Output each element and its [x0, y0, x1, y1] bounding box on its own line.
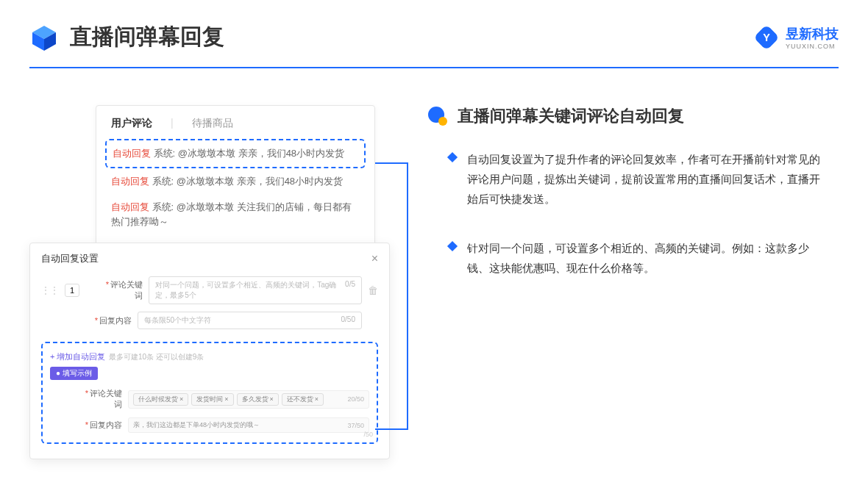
diamond-icon [447, 152, 458, 162]
char-count: 37/50 [347, 422, 364, 429]
add-rule-link[interactable]: + 增加自动回复 [50, 352, 105, 361]
example-content-row: *回复内容 亲，我们这边都是下单48小时内发货的哦～ 37/50 [50, 414, 369, 437]
screenshot-stack: 用户评论 | 待播商品 自动回复 系统: @冰墩墩本墩 亲亲，我们48小时内发货… [29, 105, 397, 459]
char-count: 0/5 [345, 280, 355, 301]
keyword-tag: 什么时候发货× [133, 393, 188, 406]
settings-title: 自动回复设置 [41, 252, 99, 265]
ghost-count: /50 [363, 431, 373, 438]
auto-reply-badge: 自动回复 [111, 201, 149, 212]
example-keyword-input[interactable]: 什么时候发货× 发货时间× 多久发货× 还不发货× 20/50 [128, 390, 369, 409]
diamond-icon [447, 241, 458, 251]
bullet-text: 自动回复设置为了提升作者的评论回复效率，作者可在开播前针对常见的评论用户问题，提… [467, 149, 824, 209]
brand-logo: Y 昱新科技 YUUXIN.COM [753, 24, 839, 51]
comment-row: 自动回复 系统: @冰墩墩本墩 亲亲，我们48小时内发货 [96, 168, 374, 195]
page-header: 直播间弹幕回复 Y 昱新科技 YUUXIN.COM [0, 0, 868, 67]
keyword-tag: 发货时间× [191, 393, 233, 406]
auto-reply-badge: 自动回复 [111, 176, 149, 187]
keyword-input[interactable]: 对同一个问题，可设置多个相近、高频的关键词，Tag确定，最多5个 0/5 [149, 276, 362, 304]
comment-text: 系统: @冰墩墩本墩 亲亲，我们48小时内发货 [149, 176, 343, 187]
example-keyword-row: *评论关键词 什么时候发货× 发货时间× 多久发货× 还不发货× 20/50 [50, 384, 369, 414]
chat-bubble-icon [427, 105, 449, 127]
brand-mark-icon: Y [753, 24, 780, 51]
example-content-input[interactable]: 亲，我们这边都是下单48小时内发货的哦～ 37/50 [128, 417, 369, 433]
brand-sub: YUUXIN.COM [786, 43, 839, 50]
bullet-item: 自动回复设置为了提升作者的评论回复效率，作者可在开播前针对常见的评论用户问题，提… [427, 149, 824, 209]
example-badge: ● 填写示例 [50, 367, 98, 380]
keyword-row: ⋮⋮ 1 *评论关键词 对同一个问题，可设置多个相近、高频的关键词，Tag确定，… [41, 273, 378, 308]
keyword-label: *评论关键词 [99, 279, 143, 301]
tab-products[interactable]: 待播商品 [192, 117, 233, 130]
bullet-text: 针对同一个问题，可设置多个相近的、高频的关键词。例如：这款多少钱、这块能优惠吗、… [467, 238, 824, 278]
auto-reply-badge: 自动回复 [113, 148, 151, 159]
svg-point-6 [438, 117, 447, 126]
page-title: 直播间弹幕回复 [70, 22, 753, 52]
svg-text:Y: Y [763, 32, 770, 43]
keyword-label: *评论关键词 [78, 388, 122, 410]
connector-line [375, 162, 408, 427]
content-row: *回复内容 每条限50个中文字符 0/50 [41, 308, 378, 333]
comment-row: 自动回复 系统: @冰墩墩本墩 关注我们的店铺，每日都有热门推荐呦～ [96, 194, 374, 234]
tab-comments[interactable]: 用户评论 [111, 117, 152, 130]
brand-name: 昱新科技 [786, 25, 839, 43]
content-label: *回复内容 [78, 420, 122, 431]
explanation-column: 直播间弹幕关键词评论自动回复 自动回复设置为了提升作者的评论回复效率，作者可在开… [427, 105, 824, 459]
keyword-tag: 多久发货× [237, 393, 279, 406]
tab-divider: | [171, 117, 174, 130]
bullet-item: 针对同一个问题，可设置多个相近的、高频的关键词。例如：这款多少钱、这块能优惠吗、… [427, 238, 824, 278]
char-count: 0/50 [341, 315, 355, 326]
comment-text: 系统: @冰墩墩本墩 亲亲，我们48小时内发货 [151, 148, 344, 159]
section-subtitle: 直播间弹幕关键词评论自动回复 [458, 105, 684, 127]
keyword-tag: 还不发货× [282, 393, 324, 406]
settings-card: 自动回复设置 × ⋮⋮ 1 *评论关键词 对同一个问题，可设置多个相近、高频的关… [29, 243, 390, 459]
content-input[interactable]: 每条限50个中文字符 0/50 [138, 312, 362, 329]
example-box: + 增加自动回复 最多可建10条 还可以创建9条 ● 填写示例 *评论关键词 什… [41, 342, 378, 444]
rule-index: 1 [65, 284, 79, 297]
add-hint: 最多可建10条 还可以创建9条 [109, 353, 204, 361]
highlighted-comment: 自动回复 系统: @冰墩墩本墩 亲亲，我们48小时内发货 [105, 139, 366, 168]
content-label: *回复内容 [88, 315, 132, 326]
cube-icon [29, 23, 59, 52]
char-count: 20/50 [347, 395, 364, 403]
comments-card: 用户评论 | 待播商品 自动回复 系统: @冰墩墩本墩 亲亲，我们48小时内发货… [96, 105, 375, 250]
drag-handle-icon[interactable]: ⋮⋮ [41, 285, 59, 295]
